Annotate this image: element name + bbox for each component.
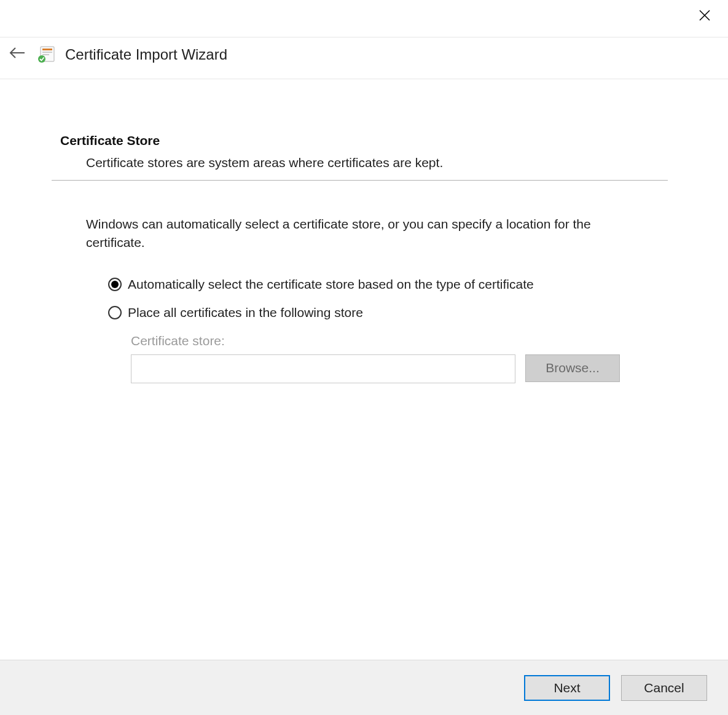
radio-auto-label: Automatically select the certificate sto… xyxy=(128,277,534,292)
next-button[interactable]: Next xyxy=(524,675,610,701)
certificate-store-input xyxy=(131,354,515,383)
radio-auto-select[interactable]: Automatically select the certificate sto… xyxy=(108,277,668,292)
wizard-content: Certificate Store Certificate stores are… xyxy=(0,79,728,383)
section-title: Certificate Store xyxy=(60,133,668,148)
wizard-footer: Next Cancel xyxy=(0,660,728,715)
back-arrow-icon[interactable] xyxy=(5,45,37,64)
radio-manual-label: Place all certificates in the following … xyxy=(128,305,363,320)
certificate-store-label: Certificate store: xyxy=(131,334,668,348)
close-icon[interactable] xyxy=(692,7,717,25)
radio-button-icon xyxy=(108,306,122,319)
browse-button: Browse... xyxy=(525,354,620,382)
radio-button-icon xyxy=(108,278,122,291)
certificate-store-section: Certificate store: Browse... xyxy=(131,334,668,383)
radio-manual-select[interactable]: Place all certificates in the following … xyxy=(108,305,668,320)
section-description: Certificate stores are system areas wher… xyxy=(86,155,668,170)
svg-rect-6 xyxy=(42,54,49,55)
svg-point-7 xyxy=(38,55,45,63)
store-location-radio-group: Automatically select the certificate sto… xyxy=(108,277,668,320)
wizard-title: Certificate Import Wizard xyxy=(65,46,227,63)
wizard-header: Certificate Import Wizard xyxy=(0,37,728,79)
svg-rect-5 xyxy=(42,52,52,53)
cancel-button[interactable]: Cancel xyxy=(621,675,707,701)
svg-rect-4 xyxy=(42,49,52,50)
instruction-text: Windows can automatically select a certi… xyxy=(86,215,627,252)
certificate-icon xyxy=(37,45,57,64)
divider xyxy=(52,180,668,181)
